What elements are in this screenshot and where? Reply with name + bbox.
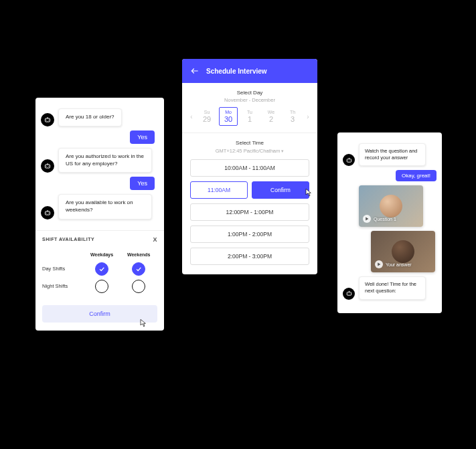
- selected-slot-row: 11:00AM Confirm: [190, 181, 309, 199]
- close-icon[interactable]: X: [153, 236, 157, 243]
- dow-label: Th: [283, 110, 302, 114]
- col-weekends: Weekends: [121, 252, 157, 258]
- play-icon: [363, 215, 371, 223]
- day-cell-su[interactable]: Su 29: [197, 108, 216, 125]
- svg-point-5: [46, 166, 47, 167]
- day-picker-strip: ‹ Su 29 Mo 30 Tu 1 We 2 Th 3 ›: [182, 103, 317, 132]
- day-number: 1: [240, 115, 259, 123]
- bot-avatar-icon: [41, 159, 54, 173]
- schedule-interview-card: Schedule Interview Select Day November -…: [182, 59, 317, 274]
- chatbot-screening-card: Are you 18 or older? Yes Are you authori…: [35, 98, 164, 331]
- svg-rect-0: [46, 118, 50, 122]
- bot-message-row: Are you authorized to work in the US for…: [41, 148, 159, 173]
- bot-message: Are you authorized to work in the US for…: [58, 148, 152, 173]
- shift-availability-section: SHIFT AVAILABILITY X Weekdays Weekends D…: [35, 230, 164, 323]
- bot-message-row: Are you available to work on weekends?: [41, 194, 159, 219]
- row-night-shifts: Night Shifts: [42, 280, 84, 293]
- dow-label: Su: [197, 110, 216, 114]
- pointer-cursor-icon: [137, 319, 147, 329]
- month-range-label: November - December: [182, 97, 317, 103]
- svg-rect-8: [46, 211, 50, 215]
- shift-availability-title: SHIFT AVAILABILITY: [42, 237, 94, 242]
- dow-label: We: [262, 110, 281, 114]
- svg-rect-13: [347, 159, 351, 162]
- prev-days-icon[interactable]: ‹: [188, 113, 195, 120]
- play-badge[interactable]: Your answer: [375, 260, 412, 268]
- svg-point-15: [349, 160, 350, 161]
- toggle-day-weekdays[interactable]: [95, 262, 108, 276]
- schedule-title: Schedule Interview: [206, 68, 267, 75]
- user-message-row: Yes: [41, 130, 159, 144]
- time-slot[interactable]: 10:00AM - 11:00AM: [190, 159, 309, 177]
- timezone-selector[interactable]: GMT+12:45 Pacific/Chatham▾: [182, 148, 317, 154]
- day-number: 2: [262, 115, 281, 123]
- day-number: 30: [220, 115, 237, 123]
- user-message-row: Okay, great!: [343, 170, 437, 181]
- col-weekdays: Weekdays: [84, 252, 121, 258]
- user-reply-button[interactable]: Okay, great!: [396, 170, 437, 181]
- confirm-time-button[interactable]: Confirm: [252, 181, 309, 199]
- question-video-row: Question 1: [343, 185, 437, 227]
- bot-avatar-icon: [343, 288, 355, 300]
- svg-marker-18: [378, 263, 380, 266]
- toggle-day-weekends[interactable]: [132, 262, 145, 276]
- day-number: 3: [283, 115, 302, 123]
- user-message-row: Yes: [41, 177, 159, 190]
- day-cell-th[interactable]: Th 3: [283, 108, 302, 125]
- svg-rect-19: [347, 292, 351, 296]
- bot-message: Are you 18 or older?: [58, 108, 122, 126]
- day-cell-tu[interactable]: Tu 1: [240, 108, 259, 125]
- bot-message-row: Watch the question and record your answe…: [343, 143, 437, 166]
- time-slot[interactable]: 12:00PM - 1:00PM: [190, 203, 309, 221]
- svg-rect-4: [46, 165, 50, 168]
- select-day-label: Select Day: [182, 90, 317, 96]
- svg-marker-17: [366, 217, 368, 221]
- question-video-label: Question 1: [374, 217, 396, 221]
- svg-point-9: [46, 213, 47, 213]
- toggle-night-weekdays[interactable]: [95, 280, 108, 293]
- bot-message: Are you available to work on weekends?: [58, 194, 152, 219]
- bot-message-row: Well done! Time for the next question:: [343, 276, 437, 299]
- select-time-label: Select Time: [182, 140, 317, 146]
- toggle-night-weekends[interactable]: [132, 280, 145, 293]
- play-icon: [375, 260, 383, 268]
- divider: [182, 132, 317, 133]
- back-arrow-icon[interactable]: [190, 66, 200, 76]
- chevron-down-icon: ▾: [281, 149, 284, 153]
- svg-point-20: [347, 294, 348, 294]
- answer-video-label: Your answer: [386, 262, 412, 267]
- pointer-cursor-icon: [303, 188, 312, 199]
- bot-avatar-icon: [41, 113, 54, 126]
- user-reply-button[interactable]: Yes: [130, 130, 155, 144]
- svg-point-21: [349, 294, 350, 294]
- play-badge[interactable]: Question 1: [363, 215, 396, 223]
- svg-point-10: [48, 213, 49, 213]
- selected-time[interactable]: 11:00AM: [190, 181, 248, 199]
- timezone-value: GMT+12:45 Pacific/Chatham: [216, 148, 281, 154]
- bot-message-row: Are you 18 or older?: [41, 108, 159, 126]
- answer-video-row: Your answer: [343, 231, 437, 272]
- time-slot-list: 10:00AM - 11:00AM 11:00AM Confirm 12:00P…: [182, 159, 317, 274]
- bot-avatar-icon: [41, 206, 54, 219]
- time-slot[interactable]: 1:00PM - 2:00PM: [190, 226, 309, 243]
- row-day-shifts: Day Shifts: [42, 262, 84, 276]
- video-interview-card: Watch the question and record your answe…: [337, 132, 442, 313]
- bot-avatar-icon: [343, 154, 355, 166]
- user-reply-button[interactable]: Yes: [130, 177, 155, 190]
- next-days-icon[interactable]: ›: [305, 113, 311, 120]
- svg-point-14: [347, 160, 348, 161]
- dow-label: Mo: [220, 110, 237, 114]
- svg-point-2: [48, 120, 49, 120]
- time-slot[interactable]: 2:00PM - 3:00PM: [190, 248, 309, 265]
- day-cell-we[interactable]: We 2: [262, 108, 281, 125]
- chat-thread: Are you 18 or older? Yes Are you authori…: [35, 98, 164, 228]
- day-cell-mo[interactable]: Mo 30: [219, 107, 238, 126]
- dow-label: Tu: [240, 110, 259, 114]
- day-number: 29: [197, 115, 216, 123]
- question-video-tile[interactable]: Question 1: [359, 185, 423, 227]
- bot-message: Well done! Time for the next question:: [359, 276, 426, 299]
- answer-video-tile[interactable]: Your answer: [371, 231, 435, 272]
- bot-message: Watch the question and record your answe…: [359, 143, 426, 166]
- schedule-header: Schedule Interview: [182, 59, 317, 83]
- svg-point-1: [46, 120, 47, 120]
